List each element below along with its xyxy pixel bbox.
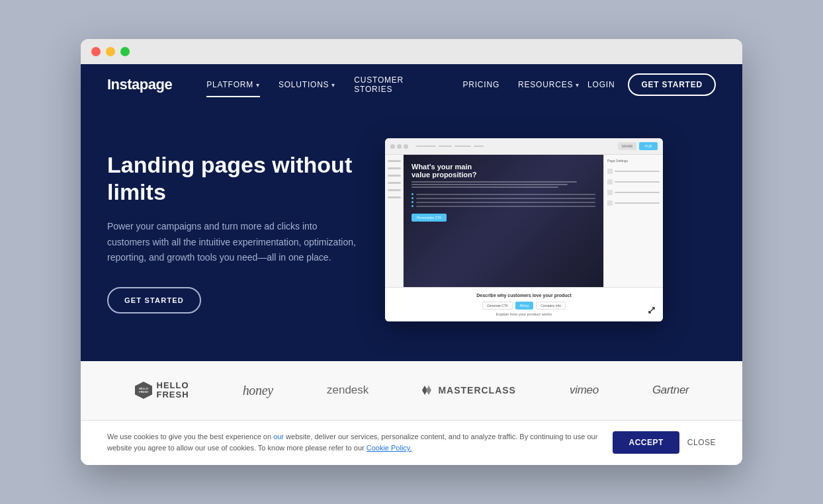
nav-actions: LOGIN GET STARTED xyxy=(587,73,716,96)
mock-cta: Personalize CTA xyxy=(412,214,447,222)
browser-chrome xyxy=(81,39,742,64)
mock-bullet xyxy=(412,197,595,199)
bullet-line xyxy=(416,194,595,195)
gartner-logo-text: Gartner xyxy=(652,384,689,397)
chevron-down-icon: ▾ xyxy=(331,81,335,89)
mock-bullet xyxy=(412,205,595,207)
svg-marker-4 xyxy=(426,386,431,395)
panel-item-icon xyxy=(607,200,613,206)
browser-content: Instapage PLATFORM ▾ SOLUTIONS ▾ CUSTOME… xyxy=(81,64,742,465)
sidebar-icon xyxy=(388,182,401,184)
cookie-banner: We use cookies to give you the best expe… xyxy=(81,420,742,465)
panel-item-icon xyxy=(607,169,613,174)
sidebar-icon xyxy=(388,167,401,169)
nav-item-platform[interactable]: PLATFORM ▾ xyxy=(198,75,268,95)
bullet-dot xyxy=(412,197,413,199)
accept-button[interactable]: ACCEPT xyxy=(613,431,679,454)
logo-masterclass: MasterClass xyxy=(422,385,516,396)
expand-icon[interactable] xyxy=(646,304,658,316)
logo-hellofresh: HELLO FRESH HELLO FRESH xyxy=(134,381,189,400)
mock-line xyxy=(412,181,577,183)
screenshot-toolbar: SHARE PUB xyxy=(385,138,663,155)
logo-vimeo: vimeo xyxy=(570,384,599,397)
panel-item-text xyxy=(615,171,660,172)
bullet-dot xyxy=(412,193,413,195)
get-started-hero-button[interactable]: GET STARTED xyxy=(107,287,201,314)
sidebar-icon xyxy=(388,196,401,198)
mock-btn: Company info xyxy=(536,302,566,310)
hellofresh-label2: FRESH xyxy=(157,390,189,399)
navbar: Instapage PLATFORM ▾ SOLUTIONS ▾ CUSTOME… xyxy=(81,64,742,105)
hero-image-container: SHARE PUB xyxy=(385,138,716,321)
get-started-nav-button[interactable]: GET STARTED xyxy=(628,73,716,96)
nav-item-resources[interactable]: RESOURCES ▾ xyxy=(510,75,587,95)
mock-bullet xyxy=(412,201,595,203)
sidebar-icon xyxy=(388,160,401,162)
traffic-light-green[interactable] xyxy=(120,47,130,56)
cookie-text-content: We use cookies to give you the best expe… xyxy=(107,433,597,452)
login-button[interactable]: LOGIN xyxy=(587,80,615,89)
mock-bullet xyxy=(412,193,595,195)
hellofresh-text: HELLO FRESH xyxy=(157,381,189,400)
product-screenshot: SHARE PUB xyxy=(385,138,716,321)
screenshot-body: What's your mainvalue proposition? xyxy=(385,155,663,287)
screenshot-bottom: Describe why customers love your product… xyxy=(385,287,663,321)
toolbar-dot xyxy=(390,144,395,149)
hero-subtitle: Power your campaigns and turn more ad cl… xyxy=(107,219,359,266)
mock-line xyxy=(412,187,558,188)
mock-text-lines xyxy=(412,181,595,188)
bullet-line xyxy=(416,198,595,199)
toolbar-dot xyxy=(397,144,402,149)
site-logo[interactable]: Instapage xyxy=(107,76,172,93)
hellofresh-label: HELLO xyxy=(157,381,189,390)
sidebar-icon xyxy=(388,189,401,191)
panel-item xyxy=(607,189,660,196)
close-button[interactable]: CLOSE xyxy=(687,438,716,447)
product-question2: Explain how your product works xyxy=(392,312,656,316)
mock-btn: Generate CTA xyxy=(482,302,513,310)
chevron-down-icon: ▾ xyxy=(256,81,260,89)
zendesk-logo-text: zendesk xyxy=(327,384,368,397)
mock-line xyxy=(412,184,568,185)
mock-heading: What's your mainvalue proposition? xyxy=(412,163,595,179)
screenshot-right-panel: Page Settings xyxy=(603,155,663,287)
product-question: Describe why customers love your product xyxy=(392,293,656,298)
nav-item-customer-stories[interactable]: CUSTOMER STORIES xyxy=(346,70,452,99)
cookie-actions: ACCEPT CLOSE xyxy=(613,431,716,454)
screenshot-hero-content: What's your mainvalue proposition? xyxy=(404,155,603,287)
logos-section: HELLO FRESH HELLO FRESH honey zendesk xyxy=(81,361,742,420)
traffic-light-red[interactable] xyxy=(91,47,101,56)
mock-bullets xyxy=(412,193,595,207)
nav-item-pricing[interactable]: PRICING xyxy=(455,75,507,95)
panel-title: Page Settings xyxy=(607,159,660,163)
bullet-line xyxy=(416,202,595,203)
panel-item xyxy=(607,199,660,207)
cookie-policy-link[interactable]: Cookie Policy. xyxy=(367,444,412,452)
honey-logo-text: honey xyxy=(243,383,273,398)
bullet-dot xyxy=(412,205,413,207)
hero-section: Landing pages without limits Power your … xyxy=(81,105,742,361)
bottom-buttons: Generate CTA Billing Company info xyxy=(392,302,656,310)
logo-honey: honey xyxy=(243,383,273,398)
masterclass-logo-text: MasterClass xyxy=(438,385,516,396)
sidebar-icon xyxy=(388,175,401,177)
panel-item-text xyxy=(615,192,660,193)
svg-text:FRESH: FRESH xyxy=(139,390,148,394)
browser-window: Instapage PLATFORM ▾ SOLUTIONS ▾ CUSTOME… xyxy=(81,39,742,465)
cookie-link-our[interactable]: our xyxy=(273,433,284,441)
nav-links: PLATFORM ▾ SOLUTIONS ▾ CUSTOMER STORIES … xyxy=(198,70,587,99)
panel-item xyxy=(607,167,660,175)
screenshot-sidebar xyxy=(385,155,404,287)
screenshot-frame: SHARE PUB xyxy=(385,138,663,321)
logo-zendesk: zendesk xyxy=(327,384,368,397)
panel-item xyxy=(607,178,660,186)
hero-text: Landing pages without limits Power your … xyxy=(107,138,359,314)
nav-item-solutions[interactable]: SOLUTIONS ▾ xyxy=(271,75,343,95)
vimeo-logo-text: vimeo xyxy=(570,384,599,397)
chevron-down-icon: ▾ xyxy=(576,81,580,89)
toolbar-dot xyxy=(404,144,408,149)
bullet-dot xyxy=(412,201,413,203)
traffic-light-yellow[interactable] xyxy=(106,47,115,56)
logo-gartner: Gartner xyxy=(652,384,689,397)
masterclass-icon xyxy=(422,385,434,396)
